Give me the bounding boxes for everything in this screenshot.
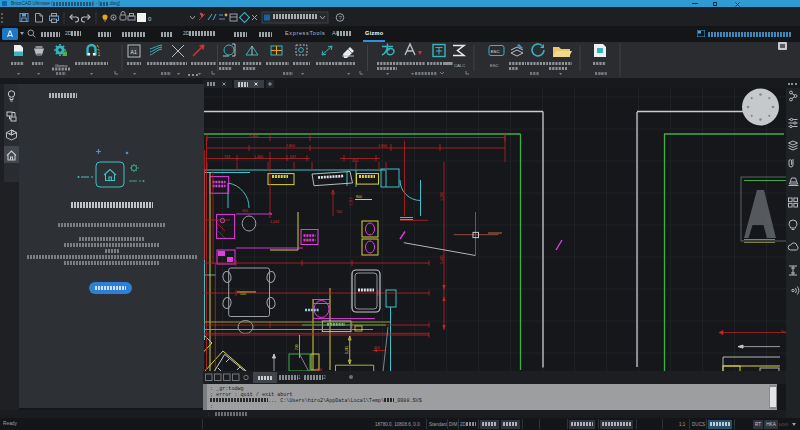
svg-text:A1: A1 bbox=[131, 49, 137, 55]
svg-text:1,460: 1,460 bbox=[254, 155, 263, 159]
svg-text:617: 617 bbox=[290, 155, 296, 159]
svg-text:1: 1 bbox=[98, 51, 101, 57]
svg-text:1,315: 1,315 bbox=[345, 345, 349, 354]
svg-text:?: ? bbox=[339, 15, 343, 21]
svg-text:780: 780 bbox=[303, 239, 309, 243]
svg-text:300: 300 bbox=[242, 209, 248, 213]
svg-text:450: 450 bbox=[352, 159, 358, 163]
svg-text:1,043: 1,043 bbox=[270, 220, 279, 224]
svg-text:0: 0 bbox=[148, 16, 152, 22]
svg-text:800: 800 bbox=[356, 195, 362, 199]
svg-text:1,180: 1,180 bbox=[440, 192, 444, 201]
svg-text:ESC: ESC bbox=[490, 63, 499, 68]
svg-text:1,800: 1,800 bbox=[378, 144, 387, 148]
svg-text:2,800: 2,800 bbox=[286, 144, 295, 148]
svg-text:723: 723 bbox=[224, 155, 230, 159]
svg-text:1,115: 1,115 bbox=[349, 197, 353, 206]
svg-text:Gizmo: Gizmo bbox=[55, 63, 68, 68]
svg-text:730: 730 bbox=[295, 344, 299, 350]
svg-text:CALC: CALC bbox=[454, 63, 465, 68]
svg-text:700: 700 bbox=[336, 210, 342, 214]
svg-text:400: 400 bbox=[374, 346, 380, 350]
svg-text:ESC: ESC bbox=[491, 49, 500, 54]
svg-text:2,405: 2,405 bbox=[440, 255, 444, 264]
svg-text:9,300: 9,300 bbox=[249, 134, 258, 138]
